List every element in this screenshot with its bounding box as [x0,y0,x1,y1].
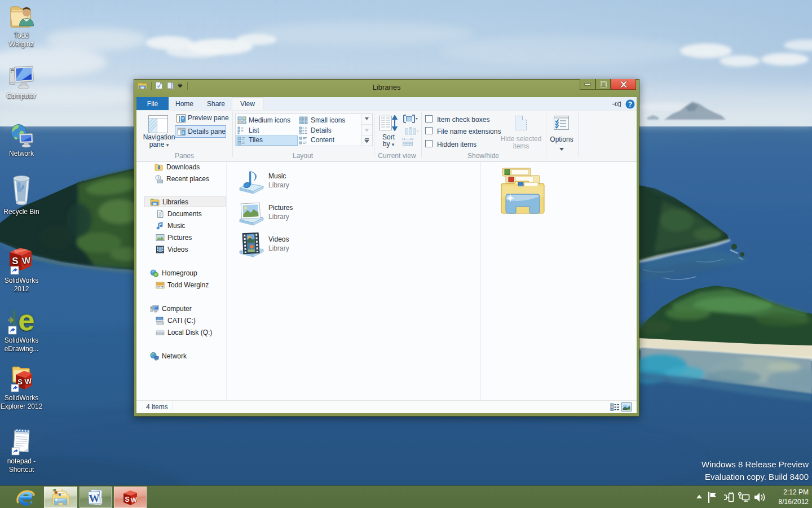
svg-text:S: S [125,496,129,503]
svg-text:?: ? [628,100,632,108]
svg-text:W: W [130,496,138,504]
svg-text:S: S [12,256,18,266]
svg-text:e: e [19,306,35,335]
svg-text:W: W [89,492,100,505]
